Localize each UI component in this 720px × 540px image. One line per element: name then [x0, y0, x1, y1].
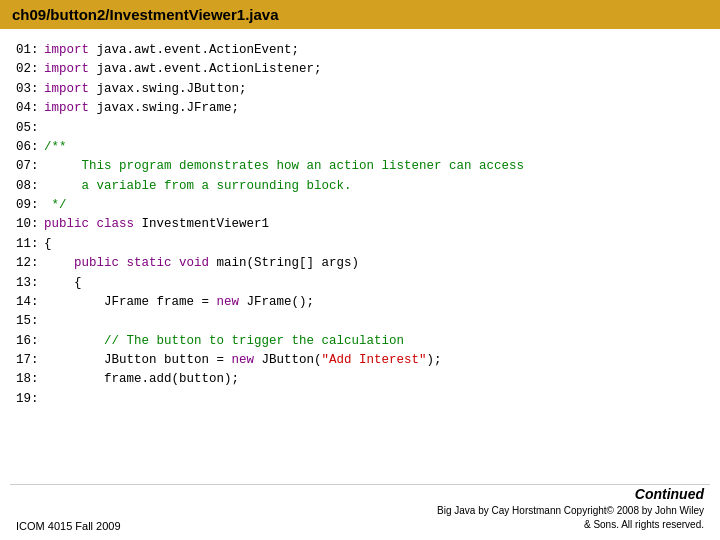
line-num-02: 02: — [16, 60, 44, 79]
footer-right: Big Java by Cay Horstmann Copyright© 200… — [437, 504, 704, 532]
code-text-02: import java.awt.event.ActionListener; — [44, 60, 322, 79]
code-text-19 — [44, 390, 52, 409]
code-text-10: public class InvestmentViewer1 — [44, 215, 269, 234]
line-num-01: 01: — [16, 41, 44, 60]
code-line-09: 09: */ — [16, 196, 704, 215]
title-bar: ch09/button2/InvestmentViewer1.java — [0, 0, 720, 29]
code-line-17: 17: JButton button = new JButton("Add In… — [16, 351, 704, 370]
line-num-09: 09: — [16, 196, 44, 215]
code-line-10: 10: public class InvestmentViewer1 — [16, 215, 704, 234]
code-line-13: 13: { — [16, 274, 704, 293]
line-num-07: 07: — [16, 157, 44, 176]
line-num-11: 11: — [16, 235, 44, 254]
code-line-06: 06: /** — [16, 138, 704, 157]
page-title: ch09/button2/InvestmentViewer1.java — [12, 6, 279, 23]
code-text-05 — [44, 119, 52, 138]
footer-left: ICOM 4015 Fall 2009 — [16, 520, 121, 532]
code-text-11: { — [44, 235, 52, 254]
continued-label: Continued — [635, 486, 704, 502]
line-num-12: 12: — [16, 254, 44, 273]
line-num-03: 03: — [16, 80, 44, 99]
line-num-06: 06: — [16, 138, 44, 157]
code-text-04: import javax.swing.JFrame; — [44, 99, 239, 118]
code-text-15 — [44, 312, 52, 331]
line-num-04: 04: — [16, 99, 44, 118]
code-text-03: import javax.swing.JButton; — [44, 80, 247, 99]
code-text-09: */ — [44, 196, 67, 215]
code-line-02: 02: import java.awt.event.ActionListener… — [16, 60, 704, 79]
code-line-08: 08: a variable from a surrounding block. — [16, 177, 704, 196]
code-line-19: 19: — [16, 390, 704, 409]
line-num-14: 14: — [16, 293, 44, 312]
code-text-13: { — [44, 274, 82, 293]
line-num-15: 15: — [16, 312, 44, 331]
line-num-08: 08: — [16, 177, 44, 196]
code-line-05: 05: — [16, 119, 704, 138]
code-text-08: a variable from a surrounding block. — [44, 177, 352, 196]
code-line-15: 15: — [16, 312, 704, 331]
line-num-19: 19: — [16, 390, 44, 409]
code-line-16: 16: // The button to trigger the calcula… — [16, 332, 704, 351]
content-area: 01: import java.awt.event.ActionEvent; 0… — [0, 29, 720, 417]
code-text-07: This program demonstrates how an action … — [44, 157, 524, 176]
line-num-18: 18: — [16, 370, 44, 389]
code-line-11: 11: { — [16, 235, 704, 254]
line-num-17: 17: — [16, 351, 44, 370]
code-line-04: 04: import javax.swing.JFrame; — [16, 99, 704, 118]
line-num-05: 05: — [16, 119, 44, 138]
line-num-16: 16: — [16, 332, 44, 351]
code-line-01: 01: import java.awt.event.ActionEvent; — [16, 41, 704, 60]
footer-divider — [10, 484, 710, 485]
code-text-16: // The button to trigger the calculation — [44, 332, 404, 351]
code-text-01: import java.awt.event.ActionEvent; — [44, 41, 299, 60]
code-line-18: 18: frame.add(button); — [16, 370, 704, 389]
code-text-12: public static void main(String[] args) — [44, 254, 359, 273]
code-text-06: /** — [44, 138, 67, 157]
code-line-12: 12: public static void main(String[] arg… — [16, 254, 704, 273]
footer-right-line2: & Sons. All rights reserved. — [584, 519, 704, 530]
code-text-17: JButton button = new JButton("Add Intere… — [44, 351, 442, 370]
code-block: 01: import java.awt.event.ActionEvent; 0… — [16, 41, 704, 409]
code-line-07: 07: This program demonstrates how an act… — [16, 157, 704, 176]
code-line-03: 03: import javax.swing.JButton; — [16, 80, 704, 99]
footer-area: ICOM 4015 Fall 2009 Big Java by Cay Hors… — [0, 504, 720, 532]
line-num-13: 13: — [16, 274, 44, 293]
code-text-14: JFrame frame = new JFrame(); — [44, 293, 314, 312]
footer-right-line1: Big Java by Cay Horstmann Copyright© 200… — [437, 505, 704, 516]
code-line-14: 14: JFrame frame = new JFrame(); — [16, 293, 704, 312]
code-text-18: frame.add(button); — [44, 370, 239, 389]
line-num-10: 10: — [16, 215, 44, 234]
